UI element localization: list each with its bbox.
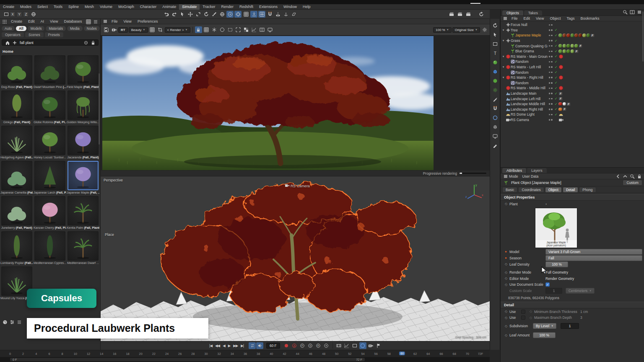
frame-tick-20[interactable]: 20 [139, 352, 143, 356]
object-row-rs-camera[interactable]: RS Camera [501, 117, 644, 123]
object-name[interactable]: RS Dome Light [511, 112, 535, 116]
world-icon[interactable] [30, 11, 37, 18]
rect-select-icon[interactable] [491, 41, 499, 47]
visibility-dots[interactable] [548, 61, 553, 63]
leaf-density-field[interactable]: 100 % [545, 261, 568, 267]
material-swatch[interactable] [558, 49, 562, 53]
axis-lock-z[interactable]: Z [23, 11, 29, 17]
menu-mesh[interactable]: Mesh [82, 4, 97, 10]
go-to-end-button[interactable]: ▶| [239, 343, 245, 348]
menu-tracker[interactable]: Tracker [200, 4, 218, 10]
filter-materials[interactable]: Materials [46, 26, 66, 31]
object-name[interactable]: Blue Grama [515, 49, 534, 53]
asset-tile-hedgehog-agave[interactable]: Hedgehog Agave (Fall... [0, 126, 33, 160]
enabled-check[interactable]: ✓ [553, 97, 558, 101]
perspective-viewport[interactable]: Perspective RS Camera Place Grid Spacing… [101, 176, 490, 341]
field-tag[interactable]: F [590, 34, 595, 37]
timeline-range-bar[interactable]: 0 F 72 F [0, 357, 490, 362]
use-document-scale-checkbox[interactable]: ✓ [545, 282, 550, 287]
frame-tick-40[interactable]: 40 [270, 352, 273, 356]
object-name[interactable]: Landscape Middle Hill [511, 102, 545, 106]
material-swatch[interactable] [574, 34, 578, 37]
frame-tick-34[interactable]: 34 [231, 352, 234, 356]
menu-render[interactable]: Render [218, 4, 236, 10]
coordinate-system-icon[interactable] [218, 11, 226, 18]
renderview-menu-file[interactable]: File [109, 19, 121, 24]
magnet-tool-icon[interactable] [491, 105, 499, 112]
object-name[interactable]: Random [515, 59, 529, 64]
object-row-random[interactable]: Random✓ [501, 80, 644, 86]
quantize-icon[interactable] [258, 11, 265, 18]
enabled-check[interactable]: ✓ [553, 70, 558, 74]
material-swatch[interactable] [571, 44, 574, 48]
home-icon[interactable] [4, 39, 11, 46]
subdivision-mode-dropdown[interactable]: By Level▼ [533, 323, 556, 329]
subdivision-field[interactable]: 1 [561, 323, 579, 329]
panel-split-icon[interactable] [628, 9, 636, 16]
undo-icon[interactable] [163, 11, 170, 18]
asset-menu-view[interactable]: View [47, 19, 61, 24]
frame-tick-42[interactable]: 42 [283, 352, 286, 356]
key-position-button[interactable]: P [299, 342, 306, 349]
history-icon[interactable] [491, 22, 499, 29]
material-swatch[interactable] [566, 34, 570, 37]
cube-primitive-icon[interactable] [491, 68, 499, 75]
search-icon[interactable] [621, 9, 628, 16]
snowflake-icon[interactable] [211, 26, 218, 33]
attr-tab-detail[interactable]: Detail [563, 187, 578, 193]
menu-help[interactable]: Help [300, 4, 314, 10]
pixel-grid-icon[interactable] [203, 26, 210, 33]
render-settings-button[interactable] [465, 11, 472, 18]
asset-tile-lombardy-poplar[interactable]: Lombardy Poplar (Fall... [0, 231, 33, 265]
rotate-icon[interactable] [203, 11, 210, 18]
material-swatch[interactable] [579, 34, 582, 37]
attr-tab-phong[interactable]: Phong [579, 187, 596, 193]
asset-tile-golden-weeping-willo[interactable]: Golden Weeping Willo... [67, 90, 99, 124]
filter-models[interactable]: Models [28, 26, 45, 31]
frame-tick-30[interactable]: 30 [204, 352, 208, 356]
search-icon[interactable] [628, 173, 636, 180]
axis-lock-y[interactable]: Y [16, 11, 22, 17]
frame-tick-46[interactable]: 46 [309, 352, 312, 356]
expand-icon[interactable] [235, 26, 242, 33]
use-max-branch-checkbox[interactable] [521, 315, 525, 320]
visibility-dots[interactable] [548, 29, 553, 31]
lock-icon[interactable] [89, 39, 96, 46]
mirror-icon[interactable] [274, 11, 281, 18]
unit-dropdown[interactable]: Centimeters▼ [566, 288, 595, 294]
asset-thumbnail[interactable] [34, 196, 65, 225]
visibility-dots[interactable] [548, 77, 553, 78]
visibility-dots[interactable] [548, 45, 553, 47]
object-menu-object[interactable]: Object [547, 16, 564, 21]
filter-nodes[interactable]: Nodes [84, 26, 100, 31]
snapshot-icon[interactable] [110, 26, 117, 33]
matrix-tag-icon[interactable] [558, 75, 564, 80]
preview-range-button[interactable] [351, 342, 358, 349]
frame-tick-0[interactable]: 0 [9, 352, 11, 356]
volume-icon[interactable] [491, 124, 499, 130]
material-swatch[interactable] [574, 44, 578, 48]
field-tag[interactable]: F [566, 102, 571, 106]
object-row-rs-matrix-main-ground[interactable]: ▾RS Matrix - Main Ground✓ [501, 54, 644, 59]
menu-spline[interactable]: Spline [65, 4, 82, 10]
object-name[interactable]: RS Matrix - Middle Hill [511, 86, 545, 90]
frame-tick-12[interactable]: 12 [87, 352, 90, 356]
object-row-landscape-left-hill[interactable]: Landscape Left Hill✓F [501, 96, 644, 101]
filter-auto[interactable]: Auto [2, 26, 15, 31]
asset-tile-dwarf-mountain-pine[interactable]: Dwarf Mountain Pine (... [34, 55, 66, 89]
tab-attributes[interactable]: Attributes [502, 168, 526, 173]
frame-tick-10[interactable]: 10 [74, 352, 77, 356]
asset-thumbnail[interactable] [34, 55, 65, 85]
asset-tile-kanzan-cherry[interactable]: Kanzan Cherry (Fall, Pl... [34, 196, 66, 230]
asset-tile-honey-locust-sunbur[interactable]: Honey Locust 'Sunbur... [34, 126, 66, 160]
expand-caret-icon[interactable]: ▾ [501, 28, 505, 32]
visibility-dots[interactable] [548, 98, 553, 100]
object-name[interactable]: Landscape Left Hill [511, 97, 540, 101]
mode-menu[interactable]: Mode [509, 174, 518, 178]
attr-tab-basic[interactable]: Basic [502, 187, 517, 193]
magnet-icon[interactable] [266, 11, 273, 18]
live-selection-icon[interactable] [179, 11, 186, 18]
axis-lock-x[interactable]: X [10, 11, 16, 17]
leaf-amount-field[interactable]: 100 % [533, 332, 556, 338]
asset-tile-mediterranean-dwarf[interactable]: Mediterranean Dwarf ... [67, 231, 99, 265]
